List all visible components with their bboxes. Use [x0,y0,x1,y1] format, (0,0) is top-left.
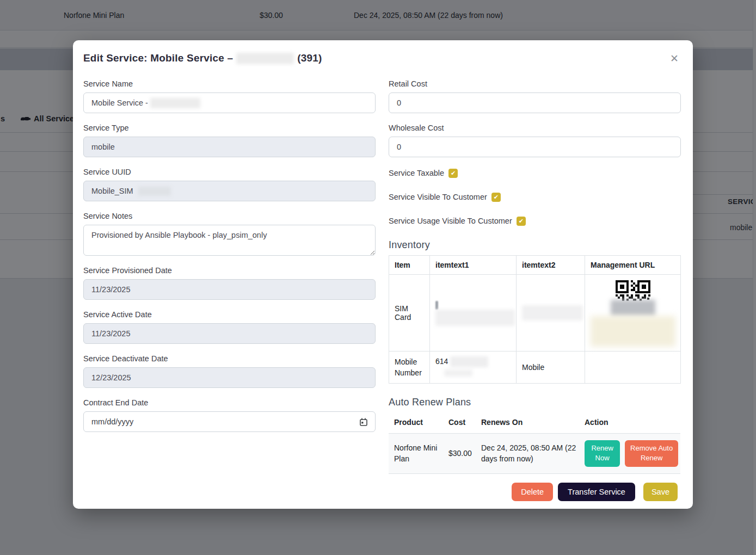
checkbox-checked-icon: ✔ [519,218,524,225]
auto-renew-product-cell: Norfone Mini Plan [389,433,443,474]
inventory-management-url-cell [585,275,681,351]
modal-title-text: Edit Service: Mobile Service – [83,52,233,64]
inventory-itemtext1-cell [430,275,517,351]
redacted-management-text [591,316,675,347]
save-button[interactable]: Save [643,483,678,501]
inventory-item-cell: Mobile Number [389,351,430,384]
transfer-service-button[interactable]: Transfer Service [558,483,635,501]
inventory-item-cell: SIM Card [389,275,430,351]
provisioned-date-label: Service Provisioned Date [83,266,376,275]
service-type-field: Service Type [83,124,376,157]
provisioned-date-input[interactable] [83,279,376,300]
service-name-label: Service Name [83,79,376,88]
table-row: Norfone Mini Plan $30.00 Dec 24, 2025, 0… [389,433,680,474]
service-taxable-label: Service Taxable [389,169,444,177]
renew-now-button[interactable]: Renew Now [585,440,620,467]
redacted-name-segment [150,98,200,108]
deactivate-date-input[interactable] [83,367,376,388]
checkbox-checked-icon: ✔ [494,194,499,201]
active-date-label: Service Active Date [83,310,376,319]
service-visible-checkbox[interactable]: ✔ [491,193,501,202]
auto-renew-header-row: Product Cost Renews On Action [389,412,680,434]
table-row: Mobile Number 614 Mobile [389,351,681,384]
delete-button[interactable]: Delete [512,483,553,501]
service-taxable-checkbox[interactable]: ✔ [448,169,458,178]
redacted-sim-number [435,310,515,326]
service-visible-label: Service Visible To Customer [389,193,487,201]
mobile-number-prefix: 614 [435,357,448,366]
service-name-value: Mobile Service - [91,98,148,107]
auto-renew-header-product: Product [389,412,443,434]
inventory-header-row: Item itemtext1 itemtext2 Management URL [389,256,681,275]
retail-cost-input[interactable] [389,92,681,113]
service-type-label: Service Type [83,124,376,132]
service-type-input[interactable] [83,137,376,157]
service-notes-field: Service Notes Provisioned by Ansible Pla… [83,212,376,256]
deactivate-date-field: Service Deactivate Date [83,354,376,388]
provisioned-date-field: Service Provisioned Date [83,266,376,300]
auto-renew-header-cost: Cost [443,412,476,434]
service-usage-visible-row: Service Usage Visible To Customer ✔ [389,215,681,226]
contract-end-label: Contract End Date [83,398,376,407]
redacted-phone-number [450,356,488,367]
auto-renew-renews-on-cell: Dec 24, 2025, 08:50 AM (22 days from now… [476,433,579,474]
inventory-itemtext1-cell: 614 [430,351,517,384]
close-icon[interactable]: ✕ [668,52,681,65]
contract-end-date-input[interactable]: mm/dd/yyyy [83,411,376,432]
right-column: Retail Cost Wholesale Cost Service Taxab… [389,79,681,474]
redacted-sliver [435,301,438,310]
wholesale-cost-label: Wholesale Cost [389,124,681,132]
modal-title-service-id: (391) [297,52,322,64]
redacted-phone-number-2 [444,369,472,377]
active-date-input[interactable] [83,323,376,344]
service-notes-textarea[interactable]: Provisioned by Ansible Playbook - play_p… [83,225,376,256]
retail-cost-label: Retail Cost [389,79,681,88]
inventory-table: Item itemtext1 itemtext2 Management URL … [389,255,681,384]
date-placeholder: mm/dd/yyyy [91,417,133,426]
wholesale-cost-input[interactable] [389,137,681,157]
inventory-itemtext2-cell [517,275,585,351]
service-notes-label: Service Notes [83,212,376,220]
qr-code-image[interactable] [616,280,650,301]
retail-cost-field: Retail Cost [389,79,681,113]
auto-renew-cost-cell: $30.00 [443,433,476,474]
inventory-management-url-cell [585,351,681,384]
auto-renew-header-action: Action [579,412,680,434]
service-usage-visible-checkbox[interactable]: ✔ [517,217,526,226]
service-usage-visible-label: Service Usage Visible To Customer [389,217,512,225]
service-uuid-label: Service UUID [83,168,376,176]
calendar-icon[interactable] [360,418,367,426]
service-taxable-row: Service Taxable ✔ [389,168,681,178]
auto-renew-action-cell: Renew Now Remove Auto Renew [579,433,680,474]
redacted-customer-name [236,53,294,64]
service-name-field: Service Name Mobile Service - [83,79,376,113]
left-column: Service Name Mobile Service - Service Ty… [83,79,376,474]
inventory-header-management-url: Management URL [585,256,681,275]
auto-renew-heading: Auto Renew Plans [389,397,681,408]
remove-auto-renew-button[interactable]: Remove Auto Renew [625,440,678,467]
service-uuid-field: Service UUID Mobile_SIM [83,168,376,201]
redacted-sim-text [522,305,583,320]
modal-footer: Delete Transfer Service Save [73,474,693,501]
contract-end-field: Contract End Date mm/dd/yyyy [83,398,376,432]
edit-service-modal: Edit Service: Mobile Service – (391) ✕ S… [73,40,693,509]
redacted-qr-lower [611,300,655,316]
table-row: SIM Card [389,275,681,351]
service-visible-row: Service Visible To Customer ✔ [389,192,681,202]
active-date-field: Service Active Date [83,310,376,344]
inventory-header-item: Item [389,256,430,275]
inventory-header-itemtext2: itemtext2 [517,256,585,275]
service-uuid-value: Mobile_SIM [91,187,133,195]
deactivate-date-label: Service Deactivate Date [83,354,376,363]
service-uuid-input[interactable]: Mobile_SIM [83,181,376,201]
inventory-itemtext2-cell: Mobile [517,351,585,384]
redacted-uuid-segment [138,187,171,196]
inventory-header-itemtext1: itemtext1 [430,256,517,275]
checkbox-checked-icon: ✔ [451,170,456,177]
wholesale-cost-field: Wholesale Cost [389,124,681,157]
modal-title: Edit Service: Mobile Service – (391) [83,52,322,64]
auto-renew-table: Product Cost Renews On Action Norfone Mi… [389,412,680,474]
service-name-input[interactable]: Mobile Service - [83,92,376,113]
auto-renew-header-renews-on: Renews On [476,412,579,434]
inventory-heading: Inventory [389,239,681,251]
